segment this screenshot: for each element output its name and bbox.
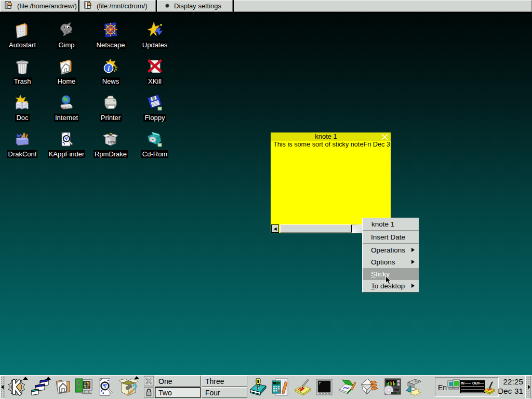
svg-text:RPM: RPM [108, 140, 116, 144]
svg-text:IN: IN [461, 381, 464, 385]
svg-text:43: 43 [276, 382, 279, 384]
